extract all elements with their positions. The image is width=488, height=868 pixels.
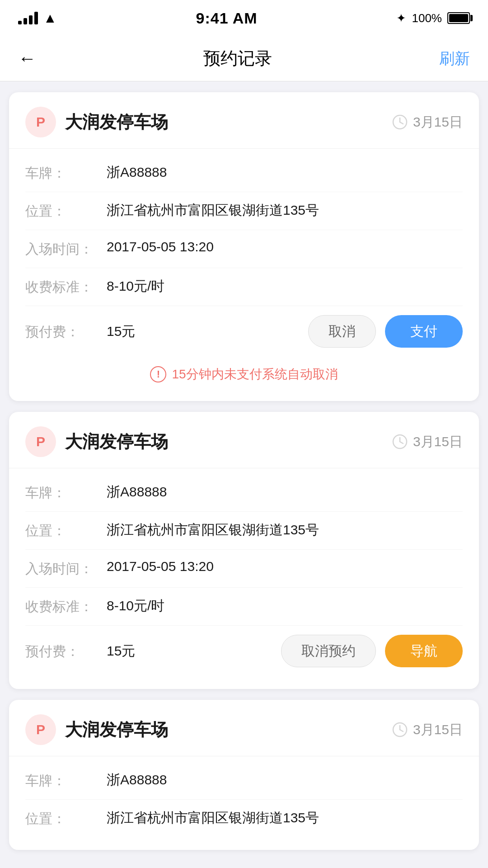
wifi-icon: ▲ xyxy=(43,10,57,26)
svg-line-2 xyxy=(400,122,403,124)
battery-percent: 100% xyxy=(412,11,442,25)
warning-text-1: 15分钟内未支付系统自动取消 xyxy=(172,366,338,383)
field-license-3: 车牌： 浙A88888 xyxy=(25,762,463,800)
label-entry-time-1: 入场时间： xyxy=(25,239,107,259)
card-body-1: 车牌： 浙A88888 位置： 浙江省杭州市富阳区银湖街道135号 入场时间： … xyxy=(9,149,479,401)
cancel-button-1[interactable]: 取消 xyxy=(308,315,376,348)
value-fee-rate-1: 8-10元/时 xyxy=(107,277,463,296)
warning-row-1: ! 15分钟内未支付系统自动取消 xyxy=(25,357,463,388)
label-prepay-1: 预付费： xyxy=(25,322,107,341)
card-body-2: 车牌： 浙A88888 位置： 浙江省杭州市富阳区银湖街道135号 入场时间： … xyxy=(9,468,479,689)
value-location-3: 浙江省杭州市富阳区银湖街道135号 xyxy=(107,809,463,827)
field-fee-rate-2: 收费标准： 8-10元/时 xyxy=(25,588,463,626)
clock-icon-1 xyxy=(392,114,408,130)
status-time: 9:41 AM xyxy=(196,9,258,27)
value-license-1: 浙A88888 xyxy=(107,163,463,182)
label-fee-rate-2: 收费标准： xyxy=(25,597,107,616)
label-license-1: 车牌： xyxy=(25,163,107,183)
value-entry-time-1: 2017-05-05 13:20 xyxy=(107,239,463,255)
venue-name-1: 大润发停车场 xyxy=(65,111,168,134)
label-fee-rate-1: 收费标准： xyxy=(25,277,107,297)
field-fee-rate-1: 收费标准： 8-10元/时 xyxy=(25,268,463,306)
label-prepay-2: 预付费： xyxy=(25,642,107,661)
warning-icon-1: ! xyxy=(150,366,166,382)
card-body-3: 车牌： 浙A88888 位置： 浙江省杭州市富阳区银湖街道135号 xyxy=(9,756,479,850)
card-header-3: P 大润发停车场 3月15日 xyxy=(9,700,479,756)
svg-line-8 xyxy=(400,730,403,731)
clock-icon-3 xyxy=(392,722,408,737)
card-header-2: P 大润发停车场 3月15日 xyxy=(9,412,479,468)
card-header-right-3: 3月15日 xyxy=(392,721,463,739)
venue-name-3: 大润发停车场 xyxy=(65,718,168,741)
label-location-2: 位置： xyxy=(25,521,107,540)
value-location-1: 浙江省杭州市富阳区银湖街道135号 xyxy=(107,201,463,220)
nav-bar: ← 预约记录 刷新 xyxy=(0,36,488,81)
content-area: P 大润发停车场 3月15日 车牌： 浙A88888 位置： 浙江省杭州市富阳区… xyxy=(0,81,488,861)
parking-icon-2: P xyxy=(25,426,56,457)
value-location-2: 浙江省杭州市富阳区银湖街道135号 xyxy=(107,521,463,539)
field-entry-time-1: 入场时间： 2017-05-05 13:20 xyxy=(25,230,463,268)
date-3: 3月15日 xyxy=(413,721,463,739)
pay-button-1[interactable]: 支付 xyxy=(385,315,463,348)
booking-card-1: P 大润发停车场 3月15日 车牌： 浙A88888 位置： 浙江省杭州市富阳区… xyxy=(9,92,479,401)
status-left: ▲ xyxy=(18,10,57,26)
battery-icon xyxy=(447,12,470,24)
label-license-3: 车牌： xyxy=(25,771,107,790)
value-entry-time-2: 2017-05-05 13:20 xyxy=(107,559,463,574)
field-location-2: 位置： 浙江省杭州市富阳区银湖街道135号 xyxy=(25,512,463,550)
status-bar: ▲ 9:41 AM ✦ 100% xyxy=(0,0,488,36)
card-header-left-2: P 大润发停车场 xyxy=(25,426,168,457)
booking-card-2: P 大润发停车场 3月15日 车牌： 浙A88888 位置： 浙江省杭州市富阳区… xyxy=(9,412,479,689)
page-title: 预约记录 xyxy=(203,47,272,70)
action-row-2: 取消预约 导航 xyxy=(281,635,463,667)
label-location-1: 位置： xyxy=(25,201,107,221)
field-location-3: 位置： 浙江省杭州市富阳区银湖街道135号 xyxy=(25,800,463,837)
booking-card-3: P 大润发停车场 3月15日 车牌： 浙A88888 位置： 浙江省杭州市富阳区… xyxy=(9,700,479,850)
venue-name-2: 大润发停车场 xyxy=(65,430,168,453)
parking-icon-3: P xyxy=(25,714,56,745)
cancel-booking-button-2[interactable]: 取消预约 xyxy=(281,635,376,667)
field-prepay-2: 预付费： 15元 取消预约 导航 xyxy=(25,626,463,676)
value-prepay-1: 15元 xyxy=(107,322,308,341)
parking-icon-1: P xyxy=(25,107,56,137)
value-license-2: 浙A88888 xyxy=(107,483,463,501)
card-header-left-1: P 大润发停车场 xyxy=(25,107,168,137)
field-entry-time-2: 入场时间： 2017-05-05 13:20 xyxy=(25,550,463,588)
label-license-2: 车牌： xyxy=(25,483,107,502)
label-location-3: 位置： xyxy=(25,809,107,828)
card-header-right-2: 3月15日 xyxy=(392,433,463,451)
refresh-button[interactable]: 刷新 xyxy=(439,48,470,69)
date-2: 3月15日 xyxy=(413,433,463,451)
value-fee-rate-2: 8-10元/时 xyxy=(107,597,463,615)
field-prepay-1: 预付费： 15元 取消 支付 xyxy=(25,306,463,357)
card-header-right-1: 3月15日 xyxy=(392,113,463,132)
action-row-1: 取消 支付 xyxy=(308,315,463,348)
signal-icon xyxy=(18,12,38,24)
value-license-3: 浙A88888 xyxy=(107,771,463,789)
card-header-left-3: P 大润发停车场 xyxy=(25,714,168,745)
card-header-1: P 大润发停车场 3月15日 xyxy=(9,92,479,149)
svg-line-5 xyxy=(400,442,403,443)
bluetooth-icon: ✦ xyxy=(396,11,406,25)
back-button[interactable]: ← xyxy=(18,48,36,69)
status-right: ✦ 100% xyxy=(396,11,470,25)
date-1: 3月15日 xyxy=(413,113,463,132)
field-license-1: 车牌： 浙A88888 xyxy=(25,154,463,192)
value-prepay-2: 15元 xyxy=(107,642,281,660)
field-location-1: 位置： 浙江省杭州市富阳区银湖街道135号 xyxy=(25,192,463,230)
clock-icon-2 xyxy=(392,434,408,449)
field-license-2: 车牌： 浙A88888 xyxy=(25,474,463,512)
label-entry-time-2: 入场时间： xyxy=(25,559,107,578)
nav-button-2[interactable]: 导航 xyxy=(385,635,463,667)
